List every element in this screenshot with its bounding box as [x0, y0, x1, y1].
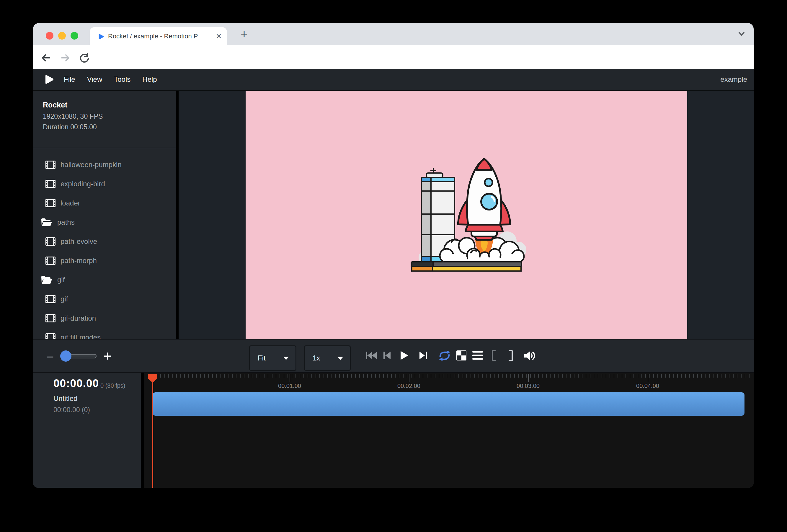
ruler-tick: [439, 374, 439, 378]
menu-help[interactable]: Help: [142, 75, 157, 84]
ruler-tick: [367, 374, 368, 378]
sidebar-composition-exploding-bird[interactable]: exploding-bird: [33, 174, 176, 193]
sidebar-resize-handle[interactable]: [176, 91, 178, 339]
remotion-logo-icon[interactable]: [43, 73, 55, 85]
timeline-rows-icon[interactable]: [472, 351, 483, 360]
folder-open-icon: [41, 275, 52, 284]
ruler-tick: [351, 374, 352, 378]
ruler-tick: [673, 374, 674, 378]
ruler-tick: [419, 374, 420, 378]
minimize-window-button[interactable]: [58, 32, 66, 40]
ruler-tick: [506, 374, 507, 378]
in-point-bracket-icon[interactable]: [492, 350, 496, 361]
composition-label: halloween-pumpkin: [61, 161, 122, 169]
ruler-tick: [335, 374, 336, 378]
timeline-ruler[interactable]: 00:01.0000:02.0000:03.0000:04.00: [144, 373, 753, 488]
ruler-tick: [625, 374, 626, 378]
sidebar-folder-paths[interactable]: paths: [33, 213, 176, 232]
timeline-track-bar[interactable]: [153, 392, 744, 416]
ruler-tick: [459, 374, 459, 378]
timeline-zoom-slider-thumb[interactable]: [60, 350, 71, 362]
ruler-tick: [566, 374, 567, 378]
ruler-tick: [435, 374, 435, 378]
ruler-tick: [622, 374, 622, 378]
ruler-tick: [661, 374, 662, 378]
sidebar-composition-gif[interactable]: gif: [33, 289, 176, 308]
ruler-tick: [355, 374, 356, 378]
ruler-tick: [618, 374, 618, 378]
ruler-tick: [423, 374, 423, 378]
playback-speed-dropdown[interactable]: 1x: [304, 345, 351, 371]
ruler-tick: [689, 374, 690, 378]
ruler-tick: [697, 374, 698, 378]
maximize-window-button[interactable]: [70, 32, 78, 40]
next-frame-button[interactable]: [418, 350, 428, 360]
tab-close-icon[interactable]: ✕: [215, 32, 223, 40]
composition-duration: Duration 00:05.00: [43, 123, 97, 131]
sidebar-composition-gif-fill-modes[interactable]: gif-fill-modes: [33, 328, 176, 339]
canvas-size-value: Fit: [258, 354, 266, 362]
canvas-size-dropdown[interactable]: Fit: [249, 345, 296, 371]
ruler-tick: [319, 374, 320, 378]
sidebar-composition-path-evolve[interactable]: path-evolve: [33, 232, 176, 251]
ruler-tick: [550, 374, 551, 378]
composition-label: path-morph: [61, 257, 97, 265]
reload-icon[interactable]: [79, 52, 90, 63]
sidebar-composition-halloween-pumpkin[interactable]: halloween-pumpkin: [33, 155, 176, 174]
ruler-tick: [232, 374, 233, 378]
ruler-tick: [276, 374, 276, 378]
close-window-button[interactable]: [46, 32, 54, 40]
menu-tools[interactable]: Tools: [114, 75, 130, 84]
timeline-info-panel: 00:00.00 0 (30 fps) Untitled 00:00.00 (0…: [33, 373, 141, 488]
ruler-tick: [598, 374, 598, 378]
ruler-tick: [312, 374, 312, 378]
ruler-tick: [228, 374, 229, 378]
sidebar-composition-gif-duration[interactable]: gif-duration: [33, 308, 176, 328]
sidebar-composition-path-morph[interactable]: path-morph: [33, 251, 176, 270]
ruler-tick: [212, 374, 213, 378]
forward-icon[interactable]: [60, 52, 70, 63]
ruler-tick: [176, 374, 177, 378]
ruler-tick: [630, 374, 630, 378]
menu-file[interactable]: File: [64, 75, 75, 84]
timeline-zoom-out-button[interactable]: −: [44, 351, 56, 363]
app-menu-bar: File View Tools Help example: [33, 69, 753, 91]
loop-toggle-icon[interactable]: [438, 350, 451, 361]
ruler-tick: [347, 374, 348, 378]
transparency-checkerboard-icon[interactable]: [456, 350, 466, 360]
ruler-tick: [280, 374, 280, 378]
sidebar-composition-loader[interactable]: loader: [33, 193, 176, 213]
skip-to-start-button[interactable]: [365, 350, 377, 360]
tab-search-chevron-icon[interactable]: [736, 30, 747, 38]
ruler-tick: [749, 374, 749, 378]
ruler-tick: [383, 374, 384, 378]
ruler-tick: [323, 374, 324, 378]
composition-list: halloween-pumpkinexploding-birdloaderpat…: [33, 155, 176, 339]
ruler-tick: [745, 374, 745, 378]
sidebar-folder-gif[interactable]: gif: [33, 270, 176, 289]
ruler-major-tick: [528, 374, 529, 382]
tab-strip: Rocket / example - Remotion P ✕ +: [33, 23, 753, 45]
video-canvas[interactable]: [246, 91, 687, 339]
ruler-tick: [721, 374, 721, 378]
previous-frame-button[interactable]: [382, 350, 392, 360]
ruler-tick: [343, 374, 344, 378]
new-tab-button[interactable]: +: [238, 26, 250, 42]
timeline-zoom-in-button[interactable]: +: [101, 349, 114, 363]
out-point-bracket-icon[interactable]: [509, 350, 513, 361]
ruler-tick: [244, 374, 244, 378]
ruler-tick: [411, 374, 411, 378]
ruler-tick: [327, 374, 328, 378]
back-icon[interactable]: [41, 52, 51, 63]
active-tab[interactable]: Rocket / example - Remotion P ✕: [90, 27, 227, 45]
current-time: 00:00.00: [54, 377, 99, 390]
volume-icon[interactable]: [524, 350, 536, 362]
ruler-tick: [741, 374, 742, 378]
menu-view[interactable]: View: [87, 75, 102, 84]
film-icon: [45, 199, 56, 208]
ruler-tick: [503, 374, 503, 378]
ruler-tick: [431, 374, 431, 378]
ruler-tick: [490, 374, 491, 378]
ruler-tick: [208, 374, 209, 378]
play-button[interactable]: [398, 350, 409, 360]
